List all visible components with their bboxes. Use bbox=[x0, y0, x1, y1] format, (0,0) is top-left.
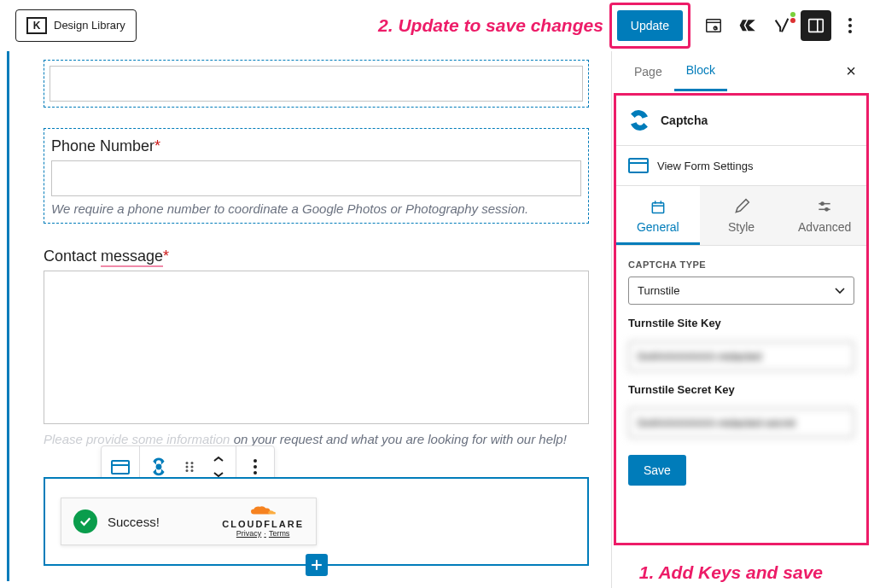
svg-rect-2 bbox=[809, 19, 824, 32]
checkmark-icon bbox=[73, 509, 97, 533]
advanced-icon bbox=[816, 198, 833, 215]
svg-point-8 bbox=[191, 462, 194, 464]
message-textarea[interactable] bbox=[44, 271, 589, 424]
field-label-agency: What is the name of your Agency?* bbox=[44, 51, 589, 56]
more-options-button[interactable] bbox=[835, 10, 865, 41]
captcha-type-select[interactable]: Turnstile bbox=[628, 277, 854, 305]
preview-button[interactable] bbox=[698, 10, 729, 41]
success-text: Success! bbox=[108, 515, 160, 529]
svg-point-7 bbox=[186, 462, 189, 464]
svg-point-6 bbox=[157, 465, 161, 469]
annotation-update: 2. Update to save changes bbox=[378, 15, 603, 36]
editor-canvas: What is the name of your Agency?* Phone … bbox=[0, 51, 611, 588]
turnstile-widget: Success! CLOUDFLARE Privacy·Terms bbox=[61, 498, 317, 545]
settings-sidebar: Page Block × Captcha View Form Settings … bbox=[611, 51, 874, 588]
phone-input[interactable] bbox=[51, 160, 581, 196]
design-library-label: Design Library bbox=[54, 19, 125, 32]
panel-title: Captcha bbox=[661, 114, 708, 127]
general-icon bbox=[650, 198, 667, 215]
secret-key-label: Turnstile Secret Key bbox=[628, 383, 854, 396]
svg-rect-0 bbox=[707, 19, 721, 32]
svg-point-12 bbox=[191, 469, 194, 472]
top-toolbar: K Design Library 2. Update to save chang… bbox=[0, 0, 874, 51]
add-block-button[interactable] bbox=[306, 554, 328, 576]
settings-panel-toggle[interactable] bbox=[801, 10, 831, 41]
svg-point-15 bbox=[253, 471, 257, 474]
design-library-button[interactable]: K Design Library bbox=[15, 9, 137, 42]
svg-point-27 bbox=[825, 208, 828, 211]
panel-form: CAPTCHA TYPE Turnstile Turnstile Site Ke… bbox=[616, 246, 866, 499]
svg-point-9 bbox=[186, 466, 189, 469]
svg-rect-18 bbox=[629, 159, 648, 172]
svg-rect-20 bbox=[652, 203, 663, 213]
annotation-keys: 1. Add Keys and save bbox=[639, 562, 823, 583]
message-label: Contact message* bbox=[44, 247, 589, 265]
svg-rect-4 bbox=[112, 461, 129, 474]
phone-help-text: We require a phone number to coordinate … bbox=[51, 200, 581, 218]
chevron-down-icon bbox=[835, 288, 845, 294]
site-key-input[interactable] bbox=[628, 341, 854, 371]
sidebar-tabs: Page Block × bbox=[612, 51, 874, 91]
sidebar-highlighted-area: Captcha View Form Settings General Style… bbox=[614, 93, 869, 545]
block-panel-tabs: General Style Advanced bbox=[616, 186, 866, 246]
panel-tab-general[interactable]: General bbox=[616, 186, 700, 245]
yoast-icon-button[interactable] bbox=[766, 10, 797, 41]
close-sidebar-button[interactable]: × bbox=[838, 59, 864, 84]
site-key-label: Turnstile Site Key bbox=[628, 317, 854, 329]
cloudflare-icon bbox=[248, 505, 278, 517]
update-button[interactable]: Update bbox=[617, 10, 683, 41]
captcha-icon bbox=[628, 109, 650, 131]
phone-field-block[interactable]: Phone Number* We require a phone number … bbox=[44, 128, 589, 224]
style-icon bbox=[733, 198, 750, 215]
tab-block[interactable]: Block bbox=[674, 51, 727, 91]
svg-point-14 bbox=[253, 465, 257, 469]
svg-point-11 bbox=[186, 469, 189, 472]
phone-label: Phone Number* bbox=[51, 137, 581, 155]
save-button[interactable]: Save bbox=[628, 455, 686, 486]
panel-tab-advanced[interactable]: Advanced bbox=[783, 186, 866, 245]
svg-point-26 bbox=[821, 202, 824, 205]
tab-page[interactable]: Page bbox=[622, 53, 674, 90]
view-form-settings-label: View Form Settings bbox=[657, 160, 753, 172]
svg-point-10 bbox=[191, 466, 194, 469]
view-form-settings-button[interactable]: View Form Settings bbox=[616, 146, 866, 186]
agency-field-block[interactable] bbox=[44, 60, 589, 108]
svg-point-13 bbox=[253, 459, 257, 463]
design-library-icon: K bbox=[26, 17, 47, 34]
captcha-block[interactable]: Success! CLOUDFLARE Privacy·Terms bbox=[44, 477, 589, 566]
move-up-button[interactable] bbox=[205, 451, 232, 467]
captcha-type-label: CAPTCHA TYPE bbox=[628, 259, 854, 270]
agency-input[interactable] bbox=[50, 66, 583, 102]
panel-tab-style[interactable]: Style bbox=[700, 186, 784, 245]
form-icon bbox=[628, 158, 649, 173]
kadence-icon-button[interactable] bbox=[732, 10, 763, 41]
cloudflare-branding: CLOUDFLARE Privacy·Terms bbox=[222, 505, 304, 538]
panel-title-row: Captcha bbox=[616, 96, 866, 146]
secret-key-input[interactable] bbox=[628, 408, 854, 438]
